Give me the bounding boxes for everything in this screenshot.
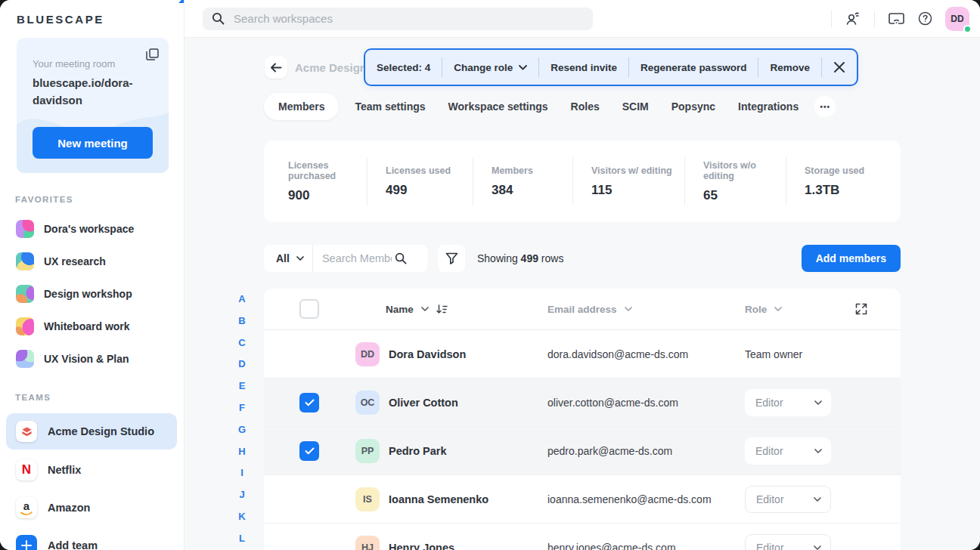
funnel-icon (445, 252, 458, 264)
tab-workspace-settings[interactable]: Workspace settings (437, 94, 560, 119)
page-content: Acme Design Studio Selected: 4 Change ro… (264, 48, 901, 550)
select-all-checkbox[interactable] (299, 299, 319, 319)
member-email: henry.jones@acme-ds.com (547, 542, 745, 550)
stat-label: Visitors w/ editing (591, 165, 684, 176)
check-icon (305, 399, 315, 406)
add-members-button[interactable]: Add members (802, 245, 901, 272)
back-arrow-icon (271, 63, 282, 73)
tab-members[interactable]: Members (264, 93, 339, 120)
table-row[interactable]: DD Dora Davidson dora.davidson@acme-ds.c… (264, 330, 901, 379)
stat-label: Members (492, 165, 572, 176)
close-selection-button[interactable] (822, 62, 857, 73)
table-row[interactable]: OC Oliver Cotton oliver.cotton@acme-ds.c… (264, 379, 901, 427)
alphabet-letter[interactable]: C (234, 332, 250, 354)
alphabet-letter[interactable]: K (234, 506, 250, 528)
sidebar-item-whiteboard-work[interactable]: Whiteboard work (0, 310, 184, 342)
role-dropdown[interactable]: Editor (745, 534, 831, 550)
main-area: DD A B C D E F G H I J K L (185, 0, 980, 550)
netflix-icon: N (16, 459, 37, 480)
new-meeting-button[interactable]: New meeting (33, 127, 153, 159)
screenshare-button[interactable] (882, 5, 910, 32)
favorite-label: Dora's workspace (44, 223, 134, 235)
sidebar-item-doras-workspace[interactable]: Dora's workspace (0, 212, 184, 245)
row-checkbox-checked[interactable] (299, 441, 319, 461)
row-checkbox-checked[interactable] (299, 393, 319, 412)
logo-arrow-icon (178, 0, 185, 3)
expand-table-button[interactable] (854, 301, 869, 317)
resend-invite-button[interactable]: Resend invite (539, 62, 628, 73)
tab-scim[interactable]: SCIM (611, 94, 660, 119)
table-row[interactable]: IS Ioanna Semenenko ioanna.semenenko@acm… (264, 475, 901, 524)
stat-label: Visitors w/o editing (703, 160, 786, 181)
sidebar-item-design-workshop[interactable]: Design workshop (0, 277, 184, 310)
divider (831, 11, 832, 27)
alphabet-letter[interactable]: D (234, 354, 250, 375)
tab-roles[interactable]: Roles (560, 94, 611, 119)
alphabet-letter[interactable]: B (234, 311, 250, 332)
column-header-email[interactable]: Email address (547, 304, 745, 315)
topbar-actions: DD (824, 5, 969, 32)
back-button[interactable] (265, 56, 287, 79)
help-button[interactable] (910, 5, 939, 32)
role-dropdown[interactable]: Editor (745, 437, 831, 465)
license-stats-card: Licenses purchased 900 Licenses used 499… (264, 141, 901, 222)
favorites-heading: FAVORITES (15, 195, 184, 204)
tabs-overflow-button[interactable]: ••• (814, 96, 836, 117)
remove-button[interactable]: Remove (758, 62, 821, 73)
alphabet-letter[interactable]: F (234, 397, 250, 419)
stat-licenses-used: Licenses used 499 (367, 157, 473, 205)
alphabet-letter[interactable]: L (234, 528, 250, 550)
alphabet-letter[interactable]: G (234, 419, 250, 441)
scope-dropdown[interactable]: All (264, 245, 312, 272)
filter-row: All Showing 499 (264, 245, 901, 272)
sidebar-item-ux-vision-plan[interactable]: UX Vision & Plan (0, 342, 184, 375)
tab-team-settings[interactable]: Team settings (343, 94, 436, 119)
table-row[interactable]: HJ Henry Jones henry.jones@acme-ds.com E… (264, 524, 901, 550)
member-email: dora.davidson@acme-ds.com (547, 348, 745, 360)
role-dropdown[interactable]: Editor (745, 389, 831, 416)
stat-label: Storage used (805, 165, 901, 176)
alphabet-letter[interactable]: E (234, 375, 250, 397)
sidebar-item-netflix[interactable]: N Netflix (6, 451, 177, 489)
member-name: Ioanna Semenenko (389, 493, 488, 505)
table-row[interactable]: PP Pedro Park pedro.park@acme-ds.com Edi… (264, 427, 901, 475)
chevron-down-icon (814, 545, 821, 550)
workspace-thumbnail-icon (16, 252, 34, 270)
role-value: Editor (756, 542, 784, 550)
tab-popsync[interactable]: Popsync (660, 94, 727, 119)
role-value: Editor (755, 445, 783, 457)
change-role-button[interactable]: Change role (442, 62, 538, 73)
workspace-search[interactable] (203, 8, 593, 30)
member-name: Dora Davidson (389, 348, 466, 360)
favorite-label: UX research (44, 255, 106, 267)
alphabet-letter[interactable]: I (234, 462, 250, 484)
members-table: Name Email address Role (264, 289, 901, 550)
sidebar-item-acme-design-studio[interactable]: Acme Design Studio (6, 413, 177, 450)
role-dropdown[interactable]: Editor (745, 486, 831, 513)
workspace-thumbnail-icon (16, 317, 34, 335)
members-button[interactable] (839, 5, 867, 32)
user-avatar[interactable]: DD (945, 7, 969, 31)
sidebar-item-add-team[interactable]: Add team (6, 527, 177, 550)
role-value: Editor (755, 397, 783, 409)
team-label: Add team (48, 539, 98, 550)
alphabet-letter[interactable]: A (234, 289, 250, 311)
regenerate-password-button[interactable]: Regenerate password (629, 62, 758, 73)
teams-heading: TEAMS (15, 393, 184, 402)
sidebar-item-ux-research[interactable]: UX research (0, 245, 184, 277)
alphabet-letter[interactable]: H (234, 441, 250, 463)
filter-button[interactable] (438, 245, 465, 272)
showing-rows-text: Showing 499 rows (477, 252, 563, 264)
favorite-label: Design workshop (44, 288, 132, 300)
stat-value: 1.3TB (805, 183, 901, 198)
member-email: ioanna.semenenko@acme-ds.com (547, 493, 745, 505)
member-search-input[interactable] (313, 252, 393, 265)
column-header-name[interactable]: Name (355, 304, 547, 315)
sort-icon[interactable] (436, 304, 448, 314)
search-input[interactable] (232, 11, 584, 26)
meeting-room-url: bluescape.io/dora-davidson (33, 75, 146, 109)
tab-integrations[interactable]: Integrations (727, 94, 810, 119)
alphabet-letter[interactable]: J (234, 484, 250, 506)
column-header-role[interactable]: Role (745, 304, 782, 315)
sidebar-item-amazon[interactable]: a Amazon (6, 489, 177, 527)
